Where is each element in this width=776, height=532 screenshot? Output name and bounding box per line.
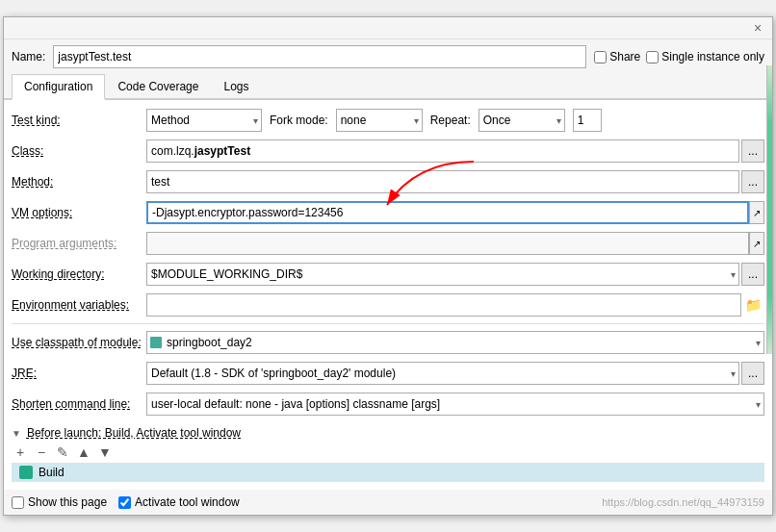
tab-logs[interactable]: Logs — [211, 74, 261, 100]
repeat-count-input[interactable] — [573, 109, 602, 132]
before-launch-label: Before launch: Build, Activate tool wind… — [27, 426, 241, 440]
working-dir-select-wrapper: $MODULE_WORKING_DIR$ ▾ — [146, 263, 739, 286]
vm-options-row: VM options: ↗ — [12, 200, 764, 225]
single-instance-checkbox[interactable] — [646, 51, 659, 63]
content-area: Test kind: Method ▾ Fork mode: none ▾ Re… — [4, 100, 772, 490]
show-page-label: Show this page — [28, 495, 107, 509]
fork-mode-select-wrapper: none ▾ — [336, 109, 423, 132]
single-instance-checkbox-label[interactable]: Single instance only — [646, 50, 764, 63]
program-args-label: Program arguments: — [12, 237, 146, 250]
working-dir-browse-button[interactable]: ... — [741, 263, 764, 286]
share-checkbox-label[interactable]: Share — [594, 50, 640, 63]
env-vars-input[interactable] — [146, 293, 741, 317]
show-page-checkbox-label[interactable]: Show this page — [12, 495, 107, 509]
repeat-label: Repeat: — [430, 114, 471, 127]
name-input[interactable] — [53, 45, 586, 68]
shorten-cmd-select-wrapper: user-local default: none - java [options… — [146, 393, 764, 416]
working-dir-label: Working directory: — [12, 267, 146, 281]
working-dir-select[interactable]: $MODULE_WORKING_DIR$ — [146, 263, 739, 286]
module-select-wrapper: springboot_day2 ▾ — [146, 331, 764, 354]
before-launch-header: ▼ Before launch: Build, Activate tool wi… — [12, 422, 764, 442]
tabs-bar: Configuration Code Coverage Logs — [4, 74, 772, 100]
fork-mode-label: Fork mode: — [270, 114, 328, 127]
close-button[interactable]: × — [751, 21, 764, 35]
title-bar: × — [4, 17, 772, 39]
move-down-button[interactable]: ▼ — [96, 443, 114, 461]
vm-options-label: VM options: — [12, 206, 146, 219]
activate-checkbox-label[interactable]: Activate tool window — [118, 495, 240, 509]
classpath-module-label: Use classpath of module: — [12, 336, 146, 349]
class-value-prefix: com.lzq. — [151, 144, 194, 158]
shorten-cmd-row: Shorten command line: user-local default… — [12, 392, 764, 417]
share-label: Share — [609, 50, 640, 63]
env-vars-label: Environment variables: — [12, 298, 146, 312]
class-label: Class: — [12, 144, 146, 158]
vm-options-input[interactable] — [146, 201, 749, 224]
share-checkbox[interactable] — [594, 51, 607, 63]
test-kind-select-wrapper: Method ▾ — [146, 109, 262, 132]
remove-button[interactable]: − — [33, 443, 50, 461]
fork-mode-select[interactable]: none — [336, 109, 423, 132]
program-args-expand-button[interactable]: ↗ — [749, 232, 764, 255]
triangle-icon: ▼ — [12, 428, 21, 439]
class-browse-button[interactable]: ... — [741, 139, 764, 163]
vm-expand-button[interactable]: ↗ — [749, 201, 764, 224]
toolbar-row: + − ✎ ▲ ▼ — [12, 442, 764, 463]
build-label: Build — [39, 466, 65, 479]
program-args-input[interactable] — [146, 232, 749, 255]
repeat-select[interactable]: Once — [479, 109, 565, 132]
class-row: Class: com.lzq.jasyptTest ... — [12, 139, 764, 164]
classpath-module-row: Use classpath of module: springboot_day2… — [12, 330, 764, 355]
name-row: Name: Share Single instance only — [4, 39, 772, 74]
right-scrollbar[interactable] — [766, 65, 772, 354]
activate-checkbox[interactable] — [118, 496, 131, 509]
module-icon — [150, 337, 162, 348]
working-dir-row: Working directory: $MODULE_WORKING_DIR$ … — [12, 262, 764, 287]
move-up-button[interactable]: ▲ — [75, 443, 92, 461]
shorten-cmd-label: Shorten command line: — [12, 397, 146, 411]
test-kind-row: Test kind: Method ▾ Fork mode: none ▾ Re… — [12, 108, 764, 133]
edit-button[interactable]: ✎ — [54, 443, 71, 461]
build-list-item: Build — [12, 463, 764, 482]
show-page-checkbox[interactable] — [12, 496, 24, 509]
env-vars-row: Environment variables: 📁 — [12, 292, 764, 317]
build-icon — [19, 466, 33, 479]
name-options: Share Single instance only — [594, 50, 764, 63]
watermark: https://blog.csdn.net/qq_44973159 — [602, 496, 764, 508]
method-input[interactable] — [146, 170, 739, 193]
test-kind-inline: Method ▾ Fork mode: none ▾ Repeat: Once — [146, 109, 764, 132]
jre-row: JRE: Default (1.8 - SDK of 'springboot_d… — [12, 361, 764, 386]
single-instance-label: Single instance only — [661, 50, 764, 63]
dialog: × Name: Share Single instance only Confi… — [3, 16, 773, 516]
test-kind-label: Test kind: — [12, 114, 146, 127]
tab-code-coverage[interactable]: Code Coverage — [105, 74, 211, 100]
jre-select-wrapper: Default (1.8 - SDK of 'springboot_day2' … — [146, 362, 739, 385]
name-label: Name: — [12, 50, 45, 63]
method-row: Method: ... — [12, 169, 764, 194]
repeat-select-wrapper: Once ▾ — [479, 109, 565, 132]
jre-select[interactable]: Default (1.8 - SDK of 'springboot_day2' … — [146, 362, 739, 385]
program-args-row: Program arguments: ↗ — [12, 231, 764, 256]
test-kind-select[interactable]: Method — [146, 109, 262, 132]
tab-configuration[interactable]: Configuration — [12, 74, 105, 100]
method-label: Method: — [12, 175, 146, 189]
separator — [12, 323, 764, 324]
footer-row: Show this page Activate tool window http… — [4, 490, 772, 515]
shorten-cmd-select[interactable]: user-local default: none - java [options… — [146, 393, 764, 416]
method-browse-button[interactable]: ... — [741, 170, 764, 193]
class-value-bold: jasyptTest — [194, 144, 250, 158]
jre-label: JRE: — [12, 367, 146, 380]
jre-browse-button[interactable]: ... — [741, 362, 764, 385]
add-button[interactable]: + — [12, 443, 29, 461]
env-vars-folder-button[interactable]: 📁 — [741, 293, 764, 317]
activate-label: Activate tool window — [135, 495, 240, 509]
module-select[interactable]: springboot_day2 — [146, 331, 764, 354]
